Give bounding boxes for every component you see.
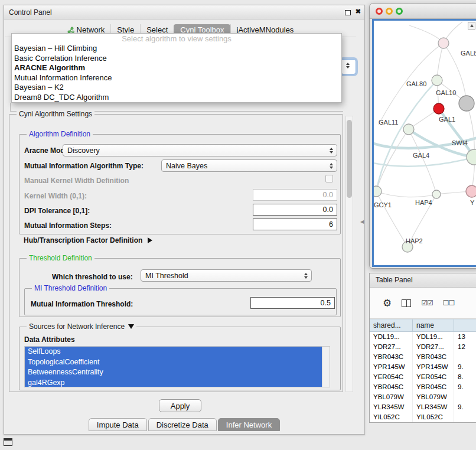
threshold-definition-group: Threshold Definition Which threshold to …: [19, 258, 341, 317]
algorithm-definition-title: Algorithm Definition: [27, 130, 93, 138]
node-label: HAP4: [415, 199, 432, 206]
tab-discretize-data[interactable]: Discretize Data: [148, 418, 217, 431]
network-node[interactable]: [374, 186, 382, 197]
kernel-width-field[interactable]: 0.0: [253, 189, 337, 201]
panel-splitter-handle[interactable]: ◀: [359, 216, 365, 228]
tab-impute-data[interactable]: Impute Data: [89, 418, 147, 431]
table-cell: YDL19...: [413, 332, 454, 342]
table-panel-window: Table Panel ⚙ ☑☑ ☐☐ shared...name YDL19.…: [369, 273, 476, 423]
table-row[interactable]: YDR27...YDR27...12: [370, 342, 476, 352]
table-row[interactable]: YBL079WYBL079W: [370, 392, 476, 402]
dropdown-item-basic-correlation-inference[interactable]: Basic Correlation Inference: [12, 54, 341, 64]
dropdown-placeholder-item[interactable]: Select algorithm to view settings: [12, 34, 341, 44]
network-edge[interactable]: [376, 191, 407, 247]
apply-button[interactable]: Apply: [159, 399, 201, 412]
dropdown-item-bayesian-hill-climbing[interactable]: Bayesian – Hill Climbing: [12, 44, 341, 54]
data-attributes-list[interactable]: SelfLoopsTopologicalCoefficientBetweenne…: [24, 346, 330, 387]
mi-steps-field[interactable]: 6: [253, 219, 337, 230]
node-label: GAL1: [439, 116, 455, 123]
node-label: GAL4: [413, 152, 429, 159]
float-window-icon[interactable]: [345, 10, 351, 15]
manual-kernel-checkbox[interactable]: [325, 175, 333, 182]
close-traffic-light-icon[interactable]: [376, 8, 383, 15]
manual-kernel-label: Manual Kernel Width Definition: [24, 177, 129, 185]
close-window-icon[interactable]: ✖: [356, 8, 361, 15]
network-node[interactable]: [467, 149, 476, 165]
mi-threshold-field[interactable]: 0.5: [250, 297, 335, 309]
table-panel-titlebar[interactable]: Table Panel: [370, 273, 476, 288]
minimized-panel-icon[interactable]: [4, 438, 12, 446]
table-cell: YDR27...: [413, 342, 454, 352]
network-node[interactable]: [438, 38, 449, 48]
which-threshold-select[interactable]: MI Threshold: [141, 269, 312, 282]
table-row[interactable]: YER054CYER054C8.: [370, 372, 476, 382]
attributes-scrollbar[interactable]: [322, 347, 330, 387]
table-cell: YIL052C: [370, 412, 413, 422]
table-row[interactable]: YLR345WYLR345W9.: [370, 402, 476, 412]
zoom-traffic-light-icon[interactable]: [396, 8, 403, 15]
sources-expander[interactable]: Sources for Network Inference: [27, 322, 136, 331]
attribute-item-topologicalcoefficient[interactable]: TopologicalCoefficient: [25, 357, 322, 368]
minimize-traffic-light-icon[interactable]: [386, 8, 393, 15]
tab-infer-network[interactable]: Infer Network: [218, 418, 280, 431]
network-edge[interactable]: [376, 129, 409, 191]
network-canvas[interactable]: GAL8GAL80GAL10GAL11GAL1SWI4GAL4GCY1HAP4Y…: [372, 19, 476, 267]
columns-icon[interactable]: [402, 299, 411, 307]
hub-definition-expander[interactable]: Hub/Transcription Factor Definition: [24, 235, 152, 246]
network-node[interactable]: [433, 103, 444, 114]
column-header-name[interactable]: name: [413, 319, 454, 331]
network-edge[interactable]: [376, 191, 436, 197]
table-cell: 13: [454, 332, 476, 342]
scrollbar-thumb[interactable]: [347, 120, 352, 198]
network-node[interactable]: [432, 190, 441, 198]
table-header-row: shared...name: [370, 319, 476, 332]
attribute-item-selfloops[interactable]: SelfLoops: [25, 347, 322, 357]
table-row[interactable]: YIL052CYIL052C: [370, 412, 476, 422]
settings-scrollbar[interactable]: [345, 116, 353, 392]
table-cell: [454, 392, 476, 402]
mi-steps-label: Mutual Information Steps:: [24, 221, 112, 230]
network-node[interactable]: [466, 185, 476, 197]
settings-group-title: Cyni Algorithm Settings: [17, 110, 94, 118]
table-row[interactable]: YBR045CYBR045C9.: [370, 382, 476, 392]
control-panel-window: Control Panel ✖ NetworkStyleSelectCyni T…: [4, 5, 365, 435]
network-node[interactable]: [459, 96, 474, 111]
table-cell: YPR145W: [413, 362, 454, 372]
attribute-item-gal4rgexp[interactable]: gal4RGexp: [25, 378, 322, 388]
threshold-definition-title: Threshold Definition: [27, 254, 94, 262]
network-edge[interactable]: [409, 25, 444, 43]
dropdown-item-mutual-information-inference[interactable]: Mutual Information Inference: [12, 73, 341, 83]
table-cell: 12: [454, 342, 476, 352]
select-all-checkboxes-icon[interactable]: ☑☑: [421, 299, 433, 307]
table-row[interactable]: YDL19...YDL19...13: [370, 332, 476, 342]
mi-type-label: Mutual Information Algorithm Type:: [24, 162, 144, 170]
attribute-item-betweennesscentrality[interactable]: BetweennessCentrality: [25, 367, 322, 378]
deselect-all-checkboxes-icon[interactable]: ☐☐: [443, 299, 455, 307]
table-row[interactable]: YBR043CYBR043C: [370, 352, 476, 362]
dpi-tolerance-label: DPI Tolerance [0,1]:: [24, 207, 90, 215]
table-row[interactable]: YPR145WYPR145W9.: [370, 362, 476, 372]
scroll-up-icon[interactable]: [468, 22, 475, 30]
network-node[interactable]: [403, 124, 414, 135]
dropdown-item-dream8-dc-tdc-algorithm[interactable]: Dream8 DC_TDC Algorithm: [12, 93, 341, 103]
table-cell: YDR27...: [370, 342, 413, 352]
table-cell: YER054C: [370, 372, 413, 382]
which-threshold-label: Which threshold to use:: [52, 273, 133, 281]
table-panel-title: Table Panel: [376, 276, 413, 284]
control-panel-titlebar[interactable]: Control Panel ✖: [4, 5, 364, 19]
network-edge[interactable]: [376, 80, 437, 191]
network-window-titlebar[interactable]: [370, 4, 476, 19]
algorithm-combobox-fragment[interactable]: [341, 59, 356, 74]
gear-icon[interactable]: ⚙: [383, 297, 392, 309]
dpi-tolerance-field[interactable]: 0.0: [253, 204, 337, 216]
column-header-shared[interactable]: shared...: [370, 319, 413, 331]
column-header-col3[interactable]: [454, 319, 476, 331]
aracne-mode-select[interactable]: Discovery: [63, 144, 337, 156]
dropdown-item-aracne-algorithm[interactable]: ARACNE Algorithm: [12, 63, 341, 73]
table-cell: YIL052C: [413, 412, 454, 422]
combo-stepper-icon: [327, 148, 335, 154]
network-node[interactable]: [432, 75, 442, 86]
mi-type-select[interactable]: Naive Bayes: [161, 159, 337, 172]
dropdown-item-bayesian-k2[interactable]: Bayesian – K2: [12, 83, 341, 93]
table-cell: YBR043C: [413, 352, 454, 362]
